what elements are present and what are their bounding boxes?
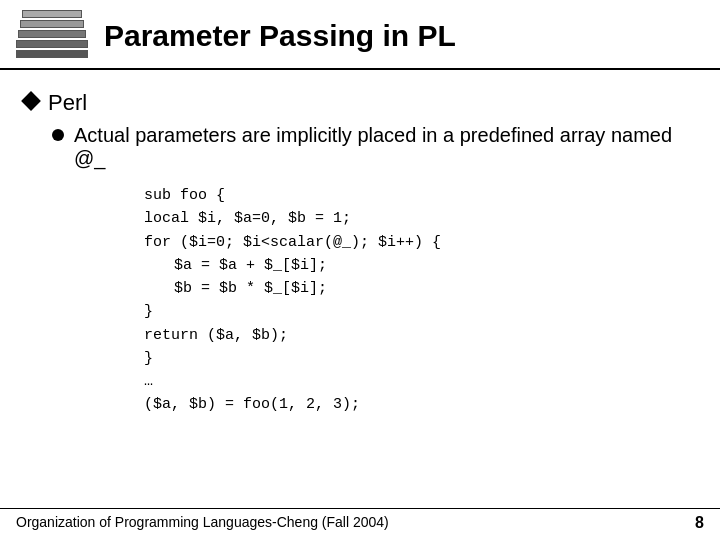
logo-bar-5 [16,50,88,58]
content-area: Perl Actual parameters are implicitly pl… [0,70,720,427]
bullet-1: Perl [24,90,696,116]
bullet-2: Actual parameters are implicitly placed … [52,124,696,170]
code-line-3: for ($i=0; $i<scalar(@_); $i++) { [144,231,696,254]
code-line-10: ($a, $b) = foo(1, 2, 3); [144,393,696,416]
footer-label: Organization of Programming Languages-Ch… [16,514,389,532]
bullet-2-text: Actual parameters are implicitly placed … [74,124,696,170]
code-line-9: … [144,370,696,393]
logo-bar-3 [18,30,86,38]
code-line-1: sub foo { [144,184,696,207]
header: Parameter Passing in PL [0,0,720,70]
logo-bar-2 [20,20,84,28]
code-line-2: local $i, $a=0, $b = 1; [144,207,696,230]
code-line-4: $a = $a + $_[$i]; [144,254,696,277]
code-line-5: $b = $b * $_[$i]; [144,277,696,300]
code-line-8: } [144,347,696,370]
bullet-1-text: Perl [48,90,87,116]
code-line-6: } [144,300,696,323]
page-title: Parameter Passing in PL [104,19,456,53]
code-block: sub foo { local $i, $a=0, $b = 1; for ($… [144,184,696,417]
circle-bullet-icon [52,129,64,141]
logo-bar-4 [16,40,88,48]
code-line-7: return ($a, $b); [144,324,696,347]
footer: Organization of Programming Languages-Ch… [0,508,720,532]
logo-stack [16,10,88,62]
logo-bar-1 [22,10,82,18]
footer-page: 8 [695,514,704,532]
diamond-icon [21,91,41,111]
